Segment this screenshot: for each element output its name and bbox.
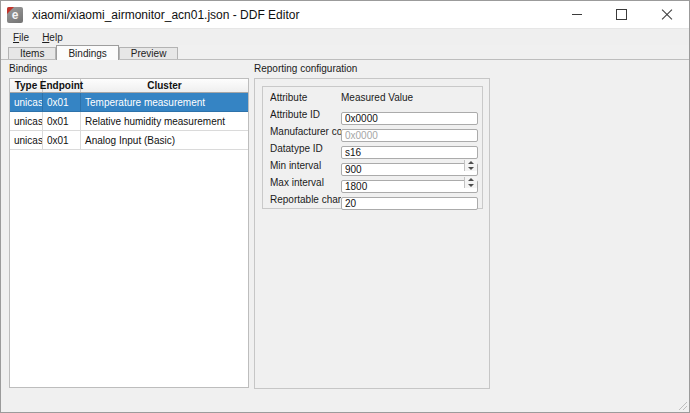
deconz-logo-letter: e (7, 7, 23, 23)
attribute-name-label: Measured Value (341, 91, 478, 104)
tab-preview[interactable]: Preview (119, 47, 179, 59)
column-header-type[interactable]: Type (10, 79, 43, 92)
minimize-button[interactable] (554, 1, 599, 28)
datatype-id-field[interactable] (341, 146, 478, 159)
bindings-section-label: Bindings (9, 63, 47, 74)
manufacturer-code-row: Manufacturer code (270, 125, 478, 138)
tab-items[interactable]: Items (8, 47, 56, 59)
column-header-endpoint[interactable]: Endpoint (43, 79, 81, 92)
table-row-humidity[interactable]: unicast 0x01 Relative humidity measureme… (10, 112, 248, 131)
close-icon (661, 9, 673, 21)
maximize-button[interactable] (599, 1, 644, 28)
table-row-analog-input[interactable]: unicast 0x01 Analog Input (Basic) (10, 131, 248, 150)
min-interval-spinbox[interactable] (341, 163, 478, 176)
attribute-id-row: Attribute ID (270, 108, 478, 121)
reportable-change-field[interactable] (341, 197, 478, 210)
chevron-down-icon (468, 184, 474, 187)
menu-item-help[interactable]: Help (37, 31, 68, 44)
attribute-id-field[interactable] (341, 112, 478, 125)
max-interval-spin-buttons (464, 177, 477, 188)
minimize-icon (572, 14, 582, 15)
spin-down-button[interactable] (465, 166, 477, 172)
column-header-cluster[interactable]: Cluster (81, 79, 248, 92)
reporting-section-label: Reporting configuration (254, 63, 357, 74)
window-title: xiaomi/xiaomi_airmonitor_acn01.json - DD… (32, 8, 299, 22)
window-resize-grip[interactable] (677, 400, 687, 410)
bindings-table[interactable]: Type Endpoint Cluster unicast 0x01 Tempe… (9, 78, 249, 388)
window-controls (554, 1, 689, 28)
title-bar: e xiaomi/xiaomi_airmonitor_acn01.json - … (1, 1, 689, 29)
table-row-temperature[interactable]: unicast 0x01 Temperature measurement (10, 93, 248, 112)
datatype-id-row: Datatype ID (270, 142, 478, 155)
maximize-icon (616, 9, 627, 20)
attribute-header-row: Attribute Measured Value (270, 91, 478, 104)
chevron-up-icon (468, 161, 474, 164)
spin-down-button[interactable] (465, 183, 477, 189)
deconz-logo-icon: e (7, 7, 23, 23)
chevron-up-icon (468, 178, 474, 181)
reporting-form: Attribute Measured Value Attribute ID Ma… (262, 86, 483, 209)
manufacturer-code-field[interactable] (341, 129, 478, 142)
reportable-change-row: Reportable change (270, 193, 478, 206)
min-interval-spin-buttons (464, 160, 477, 171)
max-interval-row: Max interval (270, 176, 478, 189)
menu-bar: File Help (1, 29, 689, 45)
chevron-down-icon (468, 167, 474, 170)
max-interval-spinbox[interactable] (341, 180, 478, 193)
ddf-editor-window: e xiaomi/xiaomi_airmonitor_acn01.json - … (0, 0, 690, 413)
attribute-header-label: Attribute (270, 92, 341, 103)
tab-bar: Items Bindings Preview (8, 45, 178, 60)
menu-item-file[interactable]: File (8, 31, 34, 44)
bindings-table-header: Type Endpoint Cluster (10, 79, 248, 93)
tab-bindings[interactable]: Bindings (56, 45, 118, 60)
min-interval-row: Min interval (270, 159, 478, 172)
close-button[interactable] (644, 1, 689, 28)
